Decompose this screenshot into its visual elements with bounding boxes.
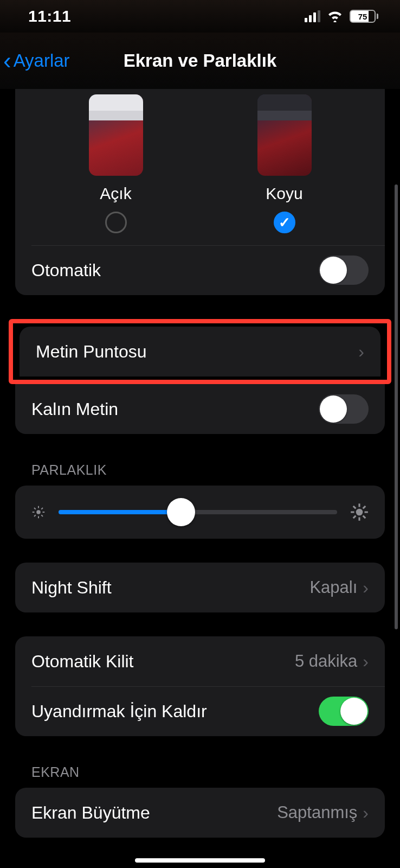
auto-lock-row[interactable]: Otomatik Kilit 5 dakika › <box>15 636 385 686</box>
raise-to-wake-toggle[interactable] <box>319 697 369 726</box>
bold-text-group: Kalın Metin <box>15 384 385 434</box>
home-indicator[interactable] <box>135 858 265 863</box>
sun-large-icon <box>349 502 370 522</box>
content: Açık Koyu Otomatik Metin Puntosu › Kalın… <box>0 89 400 838</box>
svg-point-9 <box>356 509 363 516</box>
automatic-toggle[interactable] <box>319 256 369 285</box>
svg-line-14 <box>353 506 356 509</box>
brightness-slider[interactable] <box>59 499 337 526</box>
dark-preview-icon <box>257 94 312 176</box>
scroll-indicator[interactable] <box>395 184 398 629</box>
night-shift-label: Night Shift <box>31 578 112 598</box>
svg-line-7 <box>34 515 36 516</box>
svg-line-5 <box>34 508 36 509</box>
chevron-right-icon: › <box>363 578 369 598</box>
light-label: Açık <box>100 184 131 203</box>
battery-icon: 75 <box>350 10 378 23</box>
auto-lock-value: 5 dakika › <box>295 652 369 672</box>
light-preview-icon <box>89 94 143 176</box>
back-label: Ayarlar <box>14 50 70 71</box>
wifi-icon <box>327 10 343 22</box>
automatic-row: Otomatik <box>15 245 385 295</box>
text-size-label: Metin Puntosu <box>36 342 147 362</box>
chevron-right-icon: › <box>363 652 369 672</box>
brightness-group <box>15 486 385 539</box>
auto-lock-label: Otomatik Kilit <box>31 652 133 672</box>
cellular-icon <box>305 10 320 22</box>
appearance-dark-option[interactable]: Koyu <box>257 94 312 233</box>
appearance-light-option[interactable]: Açık <box>89 94 143 233</box>
svg-line-6 <box>41 515 43 516</box>
display-zoom-row[interactable]: Ekran Büyütme Saptanmış › <box>15 788 385 838</box>
chevron-right-icon: › <box>358 342 364 362</box>
bold-text-label: Kalın Metin <box>31 399 118 419</box>
svg-point-0 <box>36 510 41 514</box>
raise-to-wake-label: Uyandırmak İçin Kaldır <box>31 701 207 722</box>
highlight-annotation: Metin Puntosu › <box>9 319 391 384</box>
display-zoom-label: Ekran Büyütme <box>31 803 150 823</box>
brightness-section-header: PARLAKLIK <box>31 462 400 478</box>
bold-text-row: Kalın Metin <box>15 384 385 434</box>
status-time: 11:11 <box>28 7 71 25</box>
brightness-slider-row <box>15 486 385 539</box>
dark-label: Koyu <box>266 184 302 203</box>
text-size-row[interactable]: Metin Puntosu › <box>20 327 380 376</box>
display-zoom-value: Saptanmış › <box>277 803 369 823</box>
svg-line-16 <box>353 516 356 519</box>
svg-line-15 <box>363 516 366 519</box>
svg-line-17 <box>363 506 366 509</box>
status-indicators: 75 <box>305 10 378 23</box>
dark-radio[interactable] <box>274 212 295 233</box>
night-shift-value: Kapalı › <box>309 578 369 598</box>
chevron-right-icon: › <box>363 803 369 823</box>
chevron-left-icon: ‹ <box>3 49 11 73</box>
appearance-selector: Açık Koyu <box>15 89 385 245</box>
automatic-label: Otomatik <box>31 260 101 280</box>
light-radio[interactable] <box>105 212 127 233</box>
back-button[interactable]: ‹ Ayarlar <box>0 49 70 73</box>
appearance-group: Açık Koyu Otomatik <box>15 89 385 295</box>
lock-group: Otomatik Kilit 5 dakika › Uyandırmak İçi… <box>15 636 385 736</box>
text-size-group: Metin Puntosu › <box>20 327 380 376</box>
raise-to-wake-row: Uyandırmak İçin Kaldır <box>15 686 385 736</box>
svg-line-8 <box>41 508 43 509</box>
nav-header: ‹ Ayarlar Ekran ve Parlaklık <box>0 33 400 89</box>
sun-small-icon <box>30 504 47 520</box>
night-shift-group: Night Shift Kapalı › <box>15 563 385 612</box>
bold-text-toggle[interactable] <box>319 394 369 424</box>
night-shift-row[interactable]: Night Shift Kapalı › <box>15 563 385 612</box>
status-bar: 11:11 75 <box>0 0 400 33</box>
zoom-group: Ekran Büyütme Saptanmış › <box>15 788 385 838</box>
screen-section-header: EKRAN <box>31 764 400 780</box>
